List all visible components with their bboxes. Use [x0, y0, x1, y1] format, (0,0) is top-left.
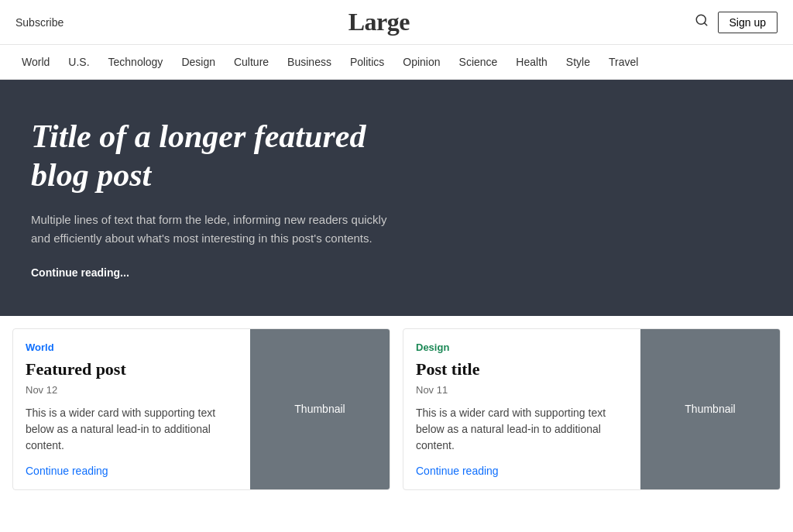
main-nav: WorldU.S.TechnologyDesignCultureBusiness… [0, 45, 793, 80]
card-category-0: World [26, 342, 238, 353]
nav-item-us.[interactable]: U.S. [59, 45, 98, 79]
nav-item-travel[interactable]: Travel [599, 45, 647, 79]
nav-item-health[interactable]: Health [506, 45, 556, 79]
nav-item-style[interactable]: Style [557, 45, 599, 79]
card-date-1: Nov 11 [416, 384, 628, 396]
card-thumbnail-1: Thumbnail [640, 329, 780, 489]
card-date-0: Nov 12 [26, 384, 238, 396]
hero-title: Title of a longer featured blog post [31, 117, 403, 195]
card-text-1: This is a wider card with supporting tex… [416, 405, 628, 454]
svg-line-1 [704, 22, 706, 25]
hero-lede: Multiple lines of text that form the led… [31, 211, 403, 248]
nav-item-business[interactable]: Business [278, 45, 341, 79]
search-button[interactable] [695, 13, 709, 31]
cards-section: World Featured post Nov 12 This is a wid… [0, 316, 793, 503]
hero-section: Title of a longer featured blog post Mul… [0, 80, 793, 316]
card-category-1: Design [416, 342, 628, 353]
nav-item-design[interactable]: Design [172, 45, 225, 79]
search-icon [695, 13, 709, 27]
nav-item-culture[interactable]: Culture [225, 45, 278, 79]
card-title-0: Featured post [26, 359, 238, 379]
card-title-1: Post title [416, 359, 628, 379]
card-body-1: Design Post title Nov 11 This is a wider… [403, 329, 640, 489]
card-continue-reading-0[interactable]: Continue reading [26, 465, 238, 477]
nav-item-opinion[interactable]: Opinion [393, 45, 449, 79]
signup-button[interactable]: Sign up [718, 12, 778, 33]
top-bar-actions: Sign up [695, 12, 778, 33]
nav-item-technology[interactable]: Technology [99, 45, 173, 79]
card-thumbnail-0: Thumbnail [250, 329, 390, 489]
subscribe-link[interactable]: Subscribe [15, 16, 64, 29]
card-1: Design Post title Nov 11 This is a wider… [403, 328, 781, 490]
card-body-0: World Featured post Nov 12 This is a wid… [13, 329, 250, 489]
nav-item-world[interactable]: World [12, 45, 59, 79]
nav-item-science[interactable]: Science [450, 45, 507, 79]
card-text-0: This is a wider card with supporting tex… [26, 405, 238, 454]
nav-item-politics[interactable]: Politics [341, 45, 393, 79]
card-continue-reading-1[interactable]: Continue reading [416, 465, 628, 477]
hero-continue-reading[interactable]: Continue reading... [31, 266, 129, 279]
top-bar: Subscribe Large Sign up [0, 0, 793, 45]
card-0: World Featured post Nov 12 This is a wid… [12, 328, 390, 490]
brand-name: Large [348, 8, 410, 36]
